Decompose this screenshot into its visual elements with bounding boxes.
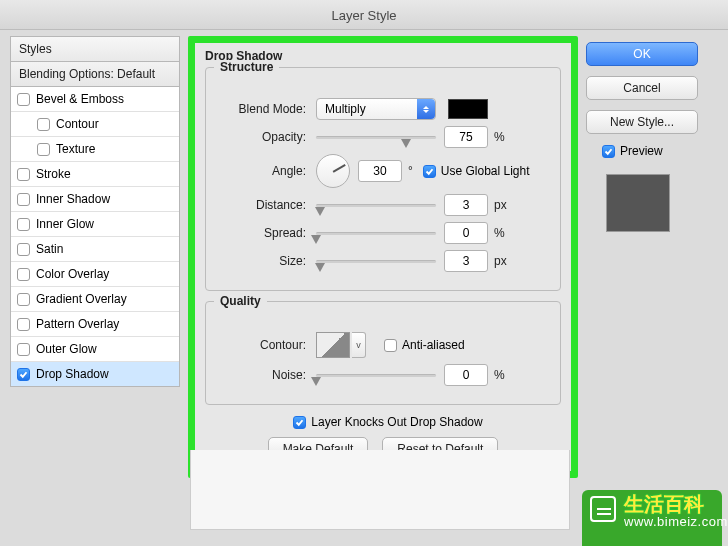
noise-input[interactable]: [444, 364, 488, 386]
layer-knocks-out-label: Layer Knocks Out Drop Shadow: [311, 415, 482, 429]
contour-dropdown-button[interactable]: v: [352, 332, 366, 358]
style-item-stroke[interactable]: Stroke: [11, 162, 179, 187]
opacity-slider[interactable]: [316, 130, 436, 144]
style-item-drop-shadow[interactable]: Drop Shadow: [11, 362, 179, 386]
ok-button[interactable]: OK: [586, 42, 698, 66]
use-global-light-checkbox[interactable]: Use Global Light: [423, 164, 530, 178]
style-item-label: Satin: [36, 242, 63, 256]
preview-thumbnail: [606, 174, 670, 232]
style-item-label: Contour: [56, 117, 99, 131]
styles-header[interactable]: Styles: [10, 36, 180, 62]
style-item-label: Outer Glow: [36, 342, 97, 356]
noise-unit: %: [494, 368, 505, 382]
checkbox-unchecked-icon: [17, 93, 30, 106]
quality-legend: Quality: [214, 294, 267, 302]
contour-label: Contour:: [218, 338, 306, 352]
style-item-label: Gradient Overlay: [36, 292, 127, 306]
style-item-label: Pattern Overlay: [36, 317, 119, 331]
style-item-label: Inner Glow: [36, 217, 94, 231]
checkbox-checked-icon: [293, 416, 306, 429]
style-item-texture[interactable]: Texture: [11, 137, 179, 162]
blend-mode-value: Multiply: [325, 102, 366, 116]
angle-dial[interactable]: [316, 154, 350, 188]
angle-unit: °: [408, 164, 413, 178]
style-item-satin[interactable]: Satin: [11, 237, 179, 262]
style-item-inner-shadow[interactable]: Inner Shadow: [11, 187, 179, 212]
checkbox-unchecked-icon: [17, 243, 30, 256]
spread-slider[interactable]: [316, 226, 436, 240]
size-label: Size:: [218, 254, 306, 268]
watermark-title: 生活百科: [624, 494, 716, 514]
opacity-unit: %: [494, 130, 505, 144]
style-item-color-overlay[interactable]: Color Overlay: [11, 262, 179, 287]
checkbox-unchecked-icon: [17, 318, 30, 331]
size-unit: px: [494, 254, 507, 268]
window-title: Layer Style: [0, 0, 728, 30]
angle-label: Angle:: [218, 164, 306, 178]
style-item-bevel-emboss[interactable]: Bevel & Emboss: [11, 87, 179, 112]
watermark: 生活百科 www.bimeiz.com: [582, 490, 722, 546]
opacity-label: Opacity:: [218, 130, 306, 144]
right-column: OK Cancel New Style... Preview: [586, 36, 706, 478]
spread-unit: %: [494, 226, 505, 240]
anti-aliased-checkbox[interactable]: Anti-aliased: [384, 338, 465, 352]
checkbox-unchecked-icon: [17, 293, 30, 306]
watermark-icon: [590, 496, 616, 522]
style-item-pattern-overlay[interactable]: Pattern Overlay: [11, 312, 179, 337]
checkbox-unchecked-icon: [37, 118, 50, 131]
style-item-gradient-overlay[interactable]: Gradient Overlay: [11, 287, 179, 312]
checkbox-unchecked-icon: [17, 343, 30, 356]
spread-input[interactable]: [444, 222, 488, 244]
style-item-label: Color Overlay: [36, 267, 109, 281]
angle-input[interactable]: [358, 160, 402, 182]
panel-empty-area: [190, 450, 570, 530]
checkbox-unchecked-icon: [17, 218, 30, 231]
layer-knocks-out-checkbox[interactable]: Layer Knocks Out Drop Shadow: [293, 415, 482, 429]
watermark-url: www.bimeiz.com: [624, 514, 716, 529]
use-global-light-label: Use Global Light: [441, 164, 530, 178]
structure-legend: Structure: [214, 60, 279, 68]
drop-shadow-panel: Drop Shadow Structure Blend Mode: Multip…: [188, 36, 578, 478]
blending-options[interactable]: Blending Options: Default: [10, 62, 180, 87]
anti-aliased-label: Anti-aliased: [402, 338, 465, 352]
distance-input[interactable]: [444, 194, 488, 216]
style-item-label: Drop Shadow: [36, 367, 109, 381]
checkbox-unchecked-icon: [17, 168, 30, 181]
checkbox-unchecked-icon: [37, 143, 50, 156]
checkbox-checked-icon: [17, 368, 30, 381]
style-item-label: Bevel & Emboss: [36, 92, 124, 106]
quality-fieldset: Quality Contour: v Anti-aliased Noise: %: [205, 301, 561, 405]
spread-label: Spread:: [218, 226, 306, 240]
checkbox-unchecked-icon: [384, 339, 397, 352]
styles-sidebar: Styles Blending Options: Default Bevel &…: [10, 36, 180, 478]
cancel-button[interactable]: Cancel: [586, 76, 698, 100]
shadow-color-swatch[interactable]: [448, 99, 488, 119]
select-arrows-icon: [417, 99, 435, 119]
noise-slider[interactable]: [316, 368, 436, 382]
style-item-label: Inner Shadow: [36, 192, 110, 206]
style-item-label: Stroke: [36, 167, 71, 181]
checkbox-unchecked-icon: [17, 193, 30, 206]
preview-checkbox[interactable]: Preview: [602, 144, 663, 158]
checkbox-checked-icon: [602, 145, 615, 158]
style-item-outer-glow[interactable]: Outer Glow: [11, 337, 179, 362]
structure-fieldset: Structure Blend Mode: Multiply Opacity: …: [205, 67, 561, 291]
size-input[interactable]: [444, 250, 488, 272]
distance-slider[interactable]: [316, 198, 436, 212]
preview-label: Preview: [620, 144, 663, 158]
style-item-label: Texture: [56, 142, 95, 156]
new-style-button[interactable]: New Style...: [586, 110, 698, 134]
noise-label: Noise:: [218, 368, 306, 382]
blend-mode-label: Blend Mode:: [218, 102, 306, 116]
checkbox-unchecked-icon: [17, 268, 30, 281]
style-item-inner-glow[interactable]: Inner Glow: [11, 212, 179, 237]
distance-label: Distance:: [218, 198, 306, 212]
size-slider[interactable]: [316, 254, 436, 268]
checkbox-checked-icon: [423, 165, 436, 178]
style-item-contour[interactable]: Contour: [11, 112, 179, 137]
opacity-input[interactable]: [444, 126, 488, 148]
contour-thumbnail[interactable]: [316, 332, 350, 358]
distance-unit: px: [494, 198, 507, 212]
blend-mode-select[interactable]: Multiply: [316, 98, 436, 120]
